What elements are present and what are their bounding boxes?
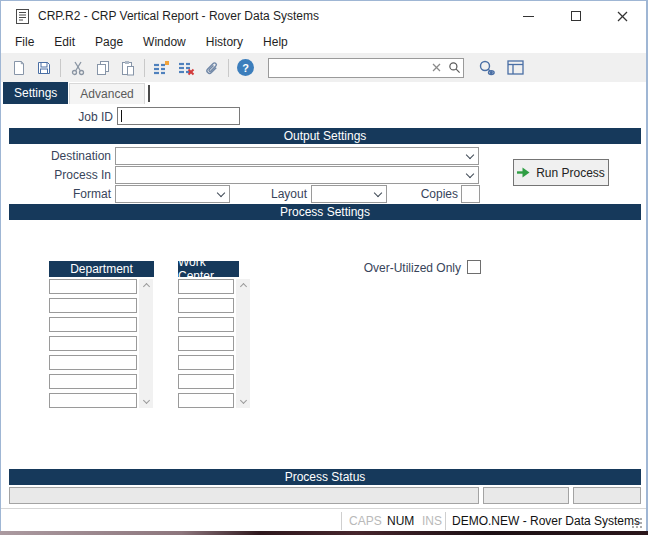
layout-view-button[interactable]: [501, 56, 529, 80]
menu-help[interactable]: Help: [253, 35, 298, 49]
num-lock-indicator: NUM: [387, 514, 414, 528]
work-center-row[interactable]: [178, 355, 234, 370]
paste-icon: [120, 60, 136, 76]
resize-grip-icon: [632, 518, 643, 529]
minimize-button[interactable]: [505, 1, 552, 31]
format-label: Format: [11, 185, 111, 203]
toolbar: ?: [1, 53, 646, 82]
title-bar[interactable]: CRP.R2 - CRP Vertical Report - Rover Dat…: [1, 1, 646, 31]
job-id-field[interactable]: [117, 107, 240, 125]
work-center-row[interactable]: [178, 279, 234, 294]
menu-window[interactable]: Window: [133, 35, 196, 49]
scroll-down-icon[interactable]: [239, 397, 246, 404]
department-row[interactable]: [49, 279, 137, 294]
chevron-down-icon: [374, 188, 382, 196]
search-input[interactable]: [269, 60, 427, 76]
department-row[interactable]: [49, 355, 137, 370]
menu-history[interactable]: History: [196, 35, 253, 49]
over-utilized-label: Over-Utilized Only: [331, 261, 461, 275]
help-button[interactable]: ?: [233, 56, 258, 80]
menu-file[interactable]: File: [5, 35, 44, 49]
work-center-scrollbar[interactable]: [236, 279, 250, 408]
copy-button[interactable]: [90, 56, 115, 80]
chevron-down-icon: [217, 188, 225, 196]
search-icon: [448, 61, 461, 74]
session-label: DEMO.NEW - Rover Data Systems: [452, 514, 640, 528]
department-list: [49, 279, 137, 412]
layout-label: Layout: [241, 185, 307, 203]
department-scrollbar[interactable]: [139, 279, 153, 408]
status-bar-separator: [341, 512, 342, 530]
toolbar-separator: [144, 59, 145, 77]
layout-dropdown[interactable]: [311, 185, 387, 203]
chevron-down-icon: [466, 169, 474, 177]
app-window: CRP.R2 - CRP Vertical Report - Rover Dat…: [0, 0, 648, 531]
help-icon: ?: [237, 59, 254, 76]
paste-button[interactable]: [115, 56, 140, 80]
find-records-icon: [478, 60, 496, 76]
destination-dropdown[interactable]: [115, 147, 479, 165]
status-message-field: [9, 487, 479, 504]
delete-rows-button[interactable]: [174, 56, 199, 80]
close-button[interactable]: [599, 1, 646, 31]
screen: CRP.R2 - CRP Vertical Report - Rover Dat…: [0, 0, 648, 535]
maximize-icon: [571, 11, 581, 21]
work-center-row[interactable]: [178, 317, 234, 332]
process-in-dropdown[interactable]: [115, 166, 479, 184]
desktop-background-strip: [0, 531, 648, 535]
department-row[interactable]: [49, 298, 137, 313]
work-center-column-header: Work Center: [178, 261, 239, 277]
search-clear-button[interactable]: [427, 63, 445, 72]
tab-settings[interactable]: Settings: [3, 82, 68, 104]
paperclip-icon: [204, 60, 220, 76]
minimize-icon: [523, 16, 534, 17]
window-title: CRP.R2 - CRP Vertical Report - Rover Dat…: [38, 9, 319, 23]
insert-rows-button[interactable]: [149, 56, 174, 80]
status-value-field: [483, 487, 569, 504]
status-bar: CAPS NUM INS DEMO.NEW - Rover Data Syste…: [1, 508, 646, 532]
save-button[interactable]: [31, 56, 56, 80]
cut-button[interactable]: [65, 56, 90, 80]
format-dropdown[interactable]: [115, 185, 230, 203]
over-utilized-checkbox[interactable]: [467, 260, 481, 274]
copies-label: Copies: [392, 185, 458, 203]
search-go-button[interactable]: [445, 61, 463, 74]
caps-lock-indicator: CAPS: [349, 514, 382, 528]
toolbar-separator: [60, 59, 61, 77]
find-records-button[interactable]: [473, 56, 501, 80]
run-process-label: Run Process: [536, 166, 605, 180]
tab-advanced[interactable]: Advanced: [69, 83, 144, 104]
work-center-row[interactable]: [178, 374, 234, 389]
menu-page[interactable]: Page: [85, 35, 133, 49]
work-center-row[interactable]: [178, 393, 234, 408]
app-document-icon: [16, 9, 29, 24]
department-row[interactable]: [49, 393, 137, 408]
department-row[interactable]: [49, 336, 137, 351]
department-row[interactable]: [49, 317, 137, 332]
new-document-button[interactable]: [6, 56, 31, 80]
maximize-button[interactable]: [552, 1, 599, 31]
work-center-list: [178, 279, 234, 412]
clear-icon: [432, 63, 441, 72]
scroll-down-icon[interactable]: [142, 397, 149, 404]
save-icon: [36, 60, 52, 76]
work-center-row[interactable]: [178, 298, 234, 313]
run-process-button[interactable]: Run Process: [513, 159, 609, 186]
close-icon: [617, 11, 628, 22]
department-row[interactable]: [49, 374, 137, 389]
copies-field[interactable]: [461, 185, 480, 203]
scroll-up-icon[interactable]: [239, 283, 246, 290]
attachment-button[interactable]: [199, 56, 224, 80]
insert-rows-icon: [153, 60, 170, 76]
status-bar-separator: [445, 512, 446, 530]
delete-rows-icon: [178, 60, 195, 76]
tab-strip-divider: [148, 85, 150, 102]
department-column-header: Department: [49, 261, 154, 277]
scroll-up-icon[interactable]: [142, 283, 149, 290]
process-in-label: Process In: [11, 166, 111, 184]
resize-grip[interactable]: [632, 518, 643, 529]
text-cursor: [121, 110, 122, 122]
status-value-field: [573, 487, 641, 504]
menu-edit[interactable]: Edit: [44, 35, 85, 49]
work-center-row[interactable]: [178, 336, 234, 351]
